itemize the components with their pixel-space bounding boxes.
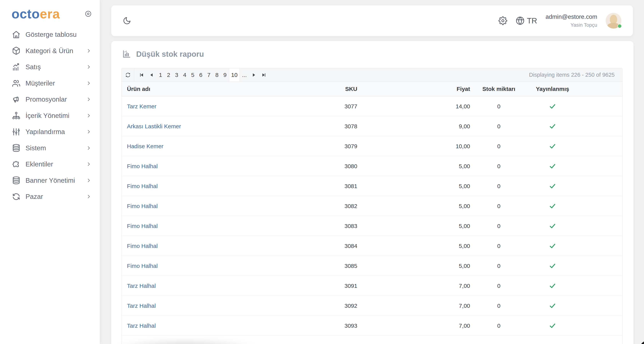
sidebar-item-plugins[interactable]: Eklentiler [0, 156, 100, 172]
product-link[interactable]: Tarz Kemer [127, 103, 156, 110]
dark-mode-moon-icon[interactable] [123, 16, 131, 25]
published-cell [528, 262, 578, 270]
pager-page-number[interactable]: 7 [205, 68, 213, 82]
corner-floating-element[interactable] [640, 340, 644, 344]
data-grid: 123456789 10 ... Displaying items 226 - … [122, 68, 622, 344]
sidebar-toggle-icon[interactable] [85, 10, 92, 17]
published-cell [528, 182, 578, 190]
column-header-sku: SKU [261, 86, 357, 92]
sidebar-item-label: Müşteriler [26, 80, 55, 87]
table-row: Fimo Halhal 3080 5,00 0 [122, 156, 622, 176]
price-cell: 7,00 [357, 302, 470, 309]
sidebar-item-customers[interactable]: Müşteriler [0, 75, 100, 92]
pager-page-number[interactable]: 4 [181, 68, 189, 82]
page-title: Düşük stok raporu [136, 50, 204, 58]
check-icon [549, 202, 556, 210]
settings-gear-icon[interactable] [498, 16, 507, 25]
pager-page-number[interactable]: 1 [156, 68, 164, 82]
check-icon [549, 182, 556, 190]
sidebar-item-configuration[interactable]: Yapılandırma [0, 124, 100, 140]
product-link[interactable]: Arkası Lastikli Kemer [127, 123, 181, 130]
report-card: Düşük stok raporu 123456789 10 ... [111, 41, 634, 344]
chevron-right-icon [86, 145, 92, 151]
sliders-icon [12, 128, 20, 136]
product-link[interactable]: Fimo Halhal [127, 183, 158, 189]
product-link[interactable]: Tarz Halhal [127, 302, 156, 309]
published-cell [528, 103, 578, 110]
check-icon [549, 103, 556, 110]
sidebar-item-label: Promosyonlar [26, 96, 67, 103]
price-cell: 10,00 [357, 143, 470, 150]
sidebar-item-category-product[interactable]: Kategori & Ürün [0, 43, 100, 59]
sidebar-item-system[interactable]: Sistem [0, 140, 100, 156]
pager-more-pages[interactable]: ... [240, 68, 249, 82]
price-cell: 5,00 [357, 243, 470, 249]
pager-page-number[interactable]: 6 [197, 68, 205, 82]
pager-first-button[interactable] [136, 68, 146, 82]
brand-logo[interactable]: octoera [12, 7, 60, 20]
product-link[interactable]: Fimo Halhal [127, 243, 158, 249]
user-menu[interactable]: admin@estore.com Yasin Topçu [546, 13, 597, 28]
stock-cell: 0 [470, 183, 528, 190]
table-header-row: Ürün adı SKU Fiyat Stok miktarı Yayınlan… [122, 82, 622, 96]
sidebar-item-marketplace[interactable]: Pazar [0, 188, 100, 205]
pager-page-number[interactable]: 5 [189, 68, 197, 82]
price-cell: 5,00 [357, 203, 470, 210]
price-cell: 9,00 [357, 123, 470, 130]
chevron-right-icon [86, 194, 92, 200]
pager-last-button[interactable] [259, 68, 269, 82]
table-row: Fimo Halhal 3084 5,00 0 [122, 236, 622, 256]
pager-current-page[interactable]: 10 [229, 68, 240, 82]
pager-page-number[interactable]: 8 [213, 68, 221, 82]
sidebar-item-dashboard[interactable]: Gösterge tablosu [0, 26, 100, 43]
product-link[interactable]: Fimo Halhal [127, 203, 158, 209]
price-cell: 5,00 [357, 183, 470, 190]
column-header-price: Fiyat [357, 86, 470, 92]
sidebar: octoera Gösterge tablosu Kategori & Ürün… [0, 0, 100, 344]
published-cell [528, 322, 578, 330]
sku-cell: 3082 [261, 203, 357, 210]
price-cell: 5,00 [357, 223, 470, 229]
product-link[interactable]: Fimo Halhal [127, 163, 158, 169]
refresh-icon[interactable] [122, 68, 134, 82]
stock-cell: 0 [470, 302, 528, 309]
table-row: Hadise Kemer 3079 10,00 0 [122, 136, 622, 156]
sidebar-item-sales[interactable]: Satış [0, 59, 100, 75]
sku-cell: 3085 [261, 263, 357, 269]
chevron-right-icon [86, 113, 92, 118]
published-cell [528, 282, 578, 290]
product-link[interactable]: Fimo Halhal [127, 223, 158, 229]
avatar[interactable] [606, 13, 621, 28]
sidebar-item-content-management[interactable]: İçerik Yönetimi [0, 108, 100, 124]
product-link[interactable]: Hadise Kemer [127, 143, 164, 149]
chevron-right-icon [86, 129, 92, 134]
sku-cell: 3092 [261, 302, 357, 309]
check-icon [549, 162, 556, 170]
sidebar-item-banner-management[interactable]: Banner Yönetimi [0, 172, 100, 189]
sidebar-item-promotions[interactable]: Promosyonlar [0, 91, 100, 108]
grid-pager: 123456789 10 ... Displaying items 226 - … [122, 68, 622, 82]
price-cell: 7,00 [357, 283, 470, 289]
check-icon [549, 322, 556, 330]
table-row: Fimo Halhal 3082 5,00 0 [122, 196, 622, 216]
chevron-right-icon [86, 161, 92, 167]
product-link[interactable]: Fimo Halhal [127, 263, 158, 269]
sku-cell: 3093 [261, 322, 357, 329]
pager-page-number[interactable]: 3 [172, 68, 181, 82]
stock-cell: 0 [470, 223, 528, 229]
pager-next-button[interactable] [249, 68, 259, 82]
stock-cell: 0 [470, 322, 528, 329]
table-body: Tarz Kemer 3077 14,00 0 Arkası Lastikli … [122, 96, 622, 336]
language-selector[interactable]: TR [516, 16, 537, 25]
published-cell [528, 242, 578, 250]
pager-page-number[interactable]: 9 [221, 68, 229, 82]
pager-page-number[interactable]: 2 [164, 68, 172, 82]
product-link[interactable]: Tarz Halhal [127, 283, 156, 289]
product-link[interactable]: Tarz Halhal [127, 322, 156, 329]
stock-cell: 0 [470, 283, 528, 289]
sitemap-icon [12, 111, 20, 120]
table-row: Tarz Kemer 3077 14,00 0 [122, 96, 622, 116]
online-status-dot [618, 24, 622, 28]
stock-cell: 0 [470, 123, 528, 130]
pager-prev-button[interactable] [146, 68, 156, 82]
